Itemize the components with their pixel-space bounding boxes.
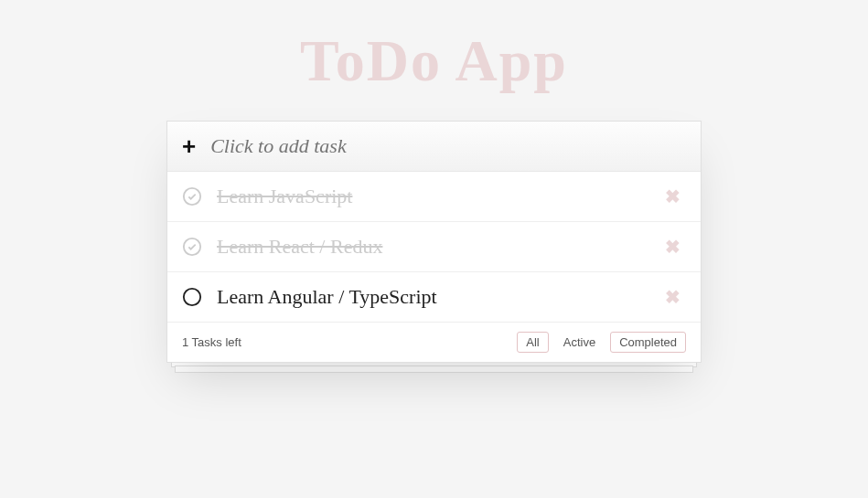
delete-icon[interactable]: ✖ xyxy=(659,286,686,308)
filter-group: All Active Completed xyxy=(517,332,686,353)
task-text: Learn JavaScript xyxy=(217,185,659,208)
plus-icon: + xyxy=(182,134,196,158)
task-text: Learn React / Redux xyxy=(217,235,659,259)
svg-point-0 xyxy=(184,188,200,205)
add-task-input[interactable] xyxy=(210,134,686,158)
filter-all-button[interactable]: All xyxy=(517,332,548,353)
task-text: Learn Angular / TypeScript xyxy=(217,285,659,309)
tasks-left-label: 1 Tasks left xyxy=(182,335,517,349)
task-row: Learn React / Redux ✖ xyxy=(167,222,701,272)
task-list: Learn JavaScript ✖ Learn React / Redux ✖… xyxy=(167,172,701,323)
svg-point-1 xyxy=(184,238,200,255)
todo-card: + Learn JavaScript ✖ Learn React / Redux… xyxy=(166,121,702,363)
footer-bar: 1 Tasks left All Active Completed xyxy=(167,323,701,362)
empty-circle-icon[interactable] xyxy=(182,287,202,307)
filter-completed-button[interactable]: Completed xyxy=(610,332,686,353)
add-task-row[interactable]: + xyxy=(167,122,701,172)
delete-icon[interactable]: ✖ xyxy=(659,236,686,258)
task-row: Learn JavaScript ✖ xyxy=(167,172,701,222)
check-circle-icon[interactable] xyxy=(182,186,202,207)
svg-point-2 xyxy=(184,289,200,305)
filter-active-button[interactable]: Active xyxy=(554,332,605,353)
app-title: ToDo App xyxy=(0,27,868,95)
delete-icon[interactable]: ✖ xyxy=(659,185,686,207)
check-circle-icon[interactable] xyxy=(182,237,202,257)
task-row: Learn Angular / TypeScript ✖ xyxy=(167,272,701,323)
